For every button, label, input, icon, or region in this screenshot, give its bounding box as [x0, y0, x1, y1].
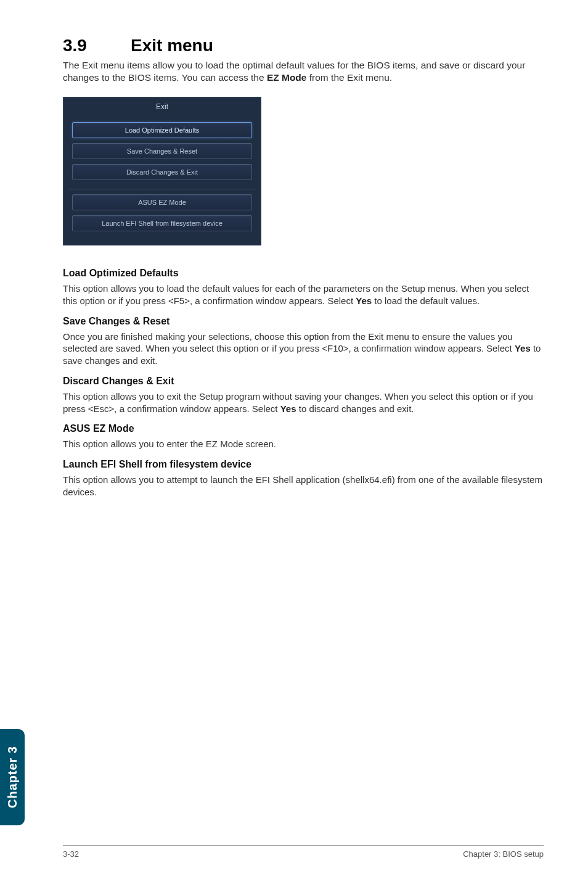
text: This option allows you to enter the EZ M…: [63, 439, 276, 449]
section-title-text: Exit menu: [131, 36, 213, 55]
intro-paragraph: The Exit menu items allow you to load th…: [63, 59, 544, 85]
subhead-ez-mode: ASUS EZ Mode: [63, 423, 544, 434]
bios-panel: Exit Load Optimized Defaults Save Change…: [63, 97, 261, 245]
page: 3.9Exit menu The Exit menu items allow y…: [0, 0, 588, 887]
body-load-defaults: This option allows you to load the defau…: [63, 283, 544, 307]
body-launch-efi: This option allows you to attempt to lau…: [63, 474, 544, 498]
chapter-side-tab: Chapter 3: [0, 729, 25, 825]
subhead-launch-efi: Launch EFI Shell from filesystem device: [63, 459, 544, 470]
section-heading: 3.9Exit menu: [63, 36, 544, 56]
bold: Yes: [356, 295, 372, 306]
body-discard-exit: This option allows you to exit the Setup…: [63, 390, 544, 415]
bios-item-launch-efi[interactable]: Launch EFI Shell from filesystem device: [72, 215, 252, 231]
bios-item-save-reset[interactable]: Save Changes & Reset: [72, 143, 252, 159]
bold: Yes: [515, 343, 531, 353]
bios-item-load-defaults[interactable]: Load Optimized Defaults: [72, 122, 252, 138]
text: to load the default values.: [372, 295, 480, 306]
intro-text-b: from the Exit menu.: [306, 72, 392, 83]
body-ez-mode: This option allows you to enter the EZ M…: [63, 438, 544, 450]
subhead-discard-exit: Discard Changes & Exit: [63, 376, 544, 387]
bold: Yes: [280, 403, 296, 414]
bios-item-ez-mode[interactable]: ASUS EZ Mode: [72, 194, 252, 210]
chapter-side-tab-label: Chapter 3: [6, 746, 20, 808]
intro-bold: EZ Mode: [267, 72, 307, 83]
text: to discard changes and exit.: [296, 403, 414, 414]
footer-chapter: Chapter 3: BIOS setup: [463, 849, 544, 859]
bios-divider: [68, 189, 256, 189]
body-save-reset: Once you are finished making your select…: [63, 331, 544, 367]
page-number: 3-32: [63, 849, 79, 859]
bios-title: Exit: [65, 99, 259, 117]
text: Once you are finished making your select…: [63, 331, 515, 354]
section-number: 3.9: [63, 36, 131, 56]
subhead-load-defaults: Load Optimized Defaults: [63, 268, 544, 279]
bios-item-discard-exit[interactable]: Discard Changes & Exit: [72, 164, 252, 180]
text: This option allows you to attempt to lau…: [63, 474, 542, 497]
page-footer: 3-32 Chapter 3: BIOS setup: [63, 845, 544, 859]
subhead-save-reset: Save Changes & Reset: [63, 316, 544, 327]
